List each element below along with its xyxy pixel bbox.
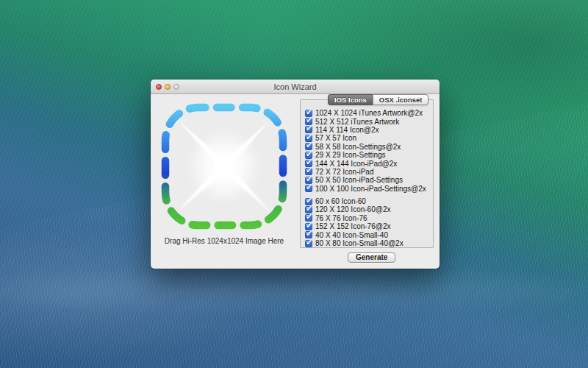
window-content: Drag Hi-Res 1024x1024 Image Here IOS Ico… — [151, 94, 440, 268]
icon-size-row[interactable]: 58 X 58 Icon-Settings@2x — [305, 143, 429, 151]
tab-ios-icons[interactable]: IOS Icons — [328, 94, 373, 105]
icon-size-row[interactable]: 72 X 72 Icon-iPad — [305, 168, 429, 176]
icon-size-row[interactable]: 60 x 60 Icon-60 — [305, 197, 429, 205]
icon-size-row[interactable]: 50 X 50 Icon-iPad-Settings — [305, 176, 429, 184]
icon-size-row[interactable]: 512 X 512 iTunes Artwork — [305, 117, 429, 125]
icon-size-label: 60 x 60 Icon-60 — [315, 197, 366, 205]
checkbox-checked-icon[interactable] — [305, 185, 312, 192]
minimize-button[interactable] — [165, 84, 171, 90]
icon-size-label: 144 X 144 Icon-iPad@2x — [315, 160, 397, 168]
icon-size-row[interactable]: 100 X 100 Icon-iPad-Settings@2x — [305, 185, 429, 193]
icon-list-panel: 1024 X 1024 iTunes Artwork@2x 512 X 512 … — [300, 99, 434, 248]
icon-size-row[interactable]: 1024 X 1024 iTunes Artwork@2x — [305, 109, 429, 117]
icon-size-row[interactable]: 120 X 120 Icon-60@2x — [305, 205, 429, 213]
title-bar[interactable]: Icon Wizard — [151, 79, 440, 94]
icon-size-label: 120 X 120 Icon-60@2x — [315, 205, 390, 213]
icon-size-label: 29 X 29 Icon-Settings — [315, 151, 386, 159]
icon-size-label: 76 X 76 Icon-76 — [315, 214, 368, 222]
icon-size-label: 100 X 100 Icon-iPad-Settings@2x — [315, 185, 426, 193]
icon-size-label: 57 X 57 Icon — [315, 134, 356, 142]
icon-size-row[interactable]: 114 X 114 Icon@2x — [305, 126, 429, 134]
icon-size-row[interactable]: 152 X 152 Icon-76@2x — [305, 222, 429, 230]
icon-size-label: 40 X 40 Icon-Small-40 — [315, 231, 388, 239]
icon-size-row[interactable]: 76 X 76 Icon-76 — [305, 214, 429, 222]
icon-size-row[interactable]: 40 X 40 Icon-Small-40 — [305, 230, 429, 238]
tab-bar: IOS Icons OSX .iconset — [328, 94, 429, 105]
icon-size-label: 1024 X 1024 iTunes Artwork@2x — [315, 109, 423, 117]
dropzone-hint-label: Drag Hi-Res 1024x1024 Image Here — [152, 237, 296, 245]
icon-size-label: 152 X 152 Icon-76@2x — [315, 222, 390, 230]
generate-button[interactable]: Generate — [348, 252, 395, 263]
checkbox-checked-icon[interactable] — [305, 240, 312, 247]
dropzone-dashed-border — [159, 102, 289, 231]
icon-size-label: 512 X 512 iTunes Artwork — [315, 118, 399, 126]
icon-size-label: 58 X 58 Icon-Settings@2x — [315, 143, 401, 151]
icon-size-label: 72 X 72 Icon-iPad — [315, 168, 374, 176]
zoom-button — [173, 84, 179, 90]
icon-size-label: 50 X 50 Icon-iPad-Settings — [315, 176, 403, 184]
window-title: Icon Wizard — [151, 82, 440, 91]
icon-wizard-window: Icon Wizard — [151, 79, 440, 269]
icon-size-row[interactable]: 80 X 80 Icon-Small-40@2x — [305, 239, 429, 247]
icon-size-row[interactable]: 144 X 144 Icon-iPad@2x — [305, 159, 429, 167]
tab-osx-iconset[interactable]: OSX .iconset — [373, 94, 429, 105]
icon-size-label: 80 X 80 Icon-Small-40@2x — [315, 239, 404, 247]
close-button[interactable] — [156, 84, 162, 90]
icon-size-label: 114 X 114 Icon@2x — [315, 126, 379, 134]
image-dropzone[interactable] — [159, 102, 289, 231]
icon-size-row[interactable]: 57 X 57 Icon — [305, 134, 429, 142]
icon-size-row[interactable]: 29 X 29 Icon-Settings — [305, 151, 429, 159]
